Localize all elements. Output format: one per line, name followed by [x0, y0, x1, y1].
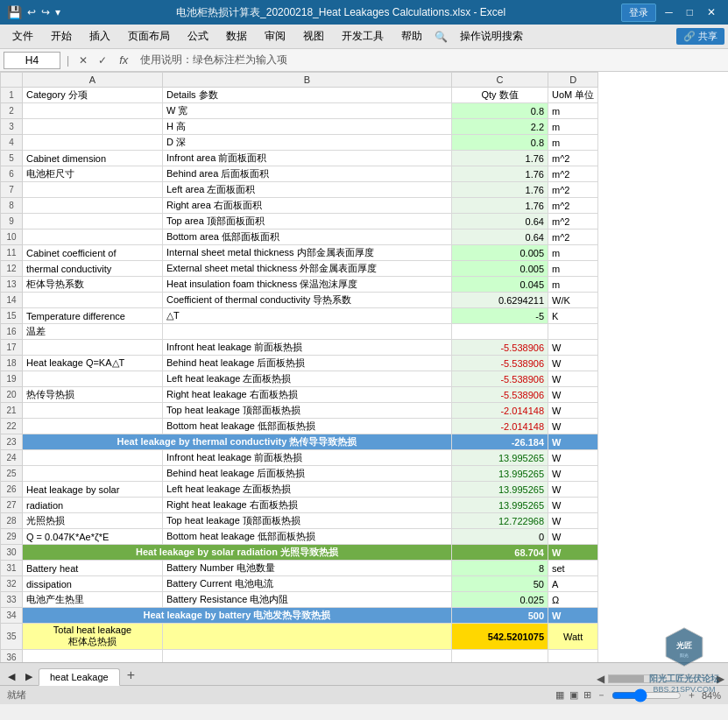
sheet-tab-heat-leakage[interactable]: heat Leakage [39, 668, 120, 686]
cell-A26[interactable]: Heat leakage by solar [23, 482, 163, 498]
view-preview[interactable]: ⊞ [583, 689, 591, 701]
cell-B13[interactable]: Heat insulation foam thickness 保温泡沫厚度 [163, 277, 452, 293]
cell-B26[interactable]: Left heat leakage 左面板热损 [163, 482, 452, 498]
login-button[interactable]: 登录 [621, 4, 656, 22]
cell-B25[interactable]: Behind heat leakage 后面板热损 [163, 466, 452, 482]
cell-B4[interactable]: D 深 [163, 135, 452, 151]
cell-B22[interactable]: Bottom heat leakage 低部面板热损 [163, 419, 452, 434]
cell-A4[interactable] [23, 135, 163, 151]
cancel-formula-icon[interactable]: ✕ [75, 53, 91, 67]
cell-A14[interactable] [23, 293, 163, 308]
cell-D3[interactable]: m [548, 119, 598, 135]
cell-D4[interactable]: m [548, 135, 598, 151]
cell-A1[interactable]: Category 分项 [23, 88, 163, 103]
view-layout[interactable]: ▣ [569, 689, 578, 701]
cell-A2[interactable] [23, 103, 163, 119]
cell-D2[interactable]: m [548, 103, 598, 119]
cell-B10[interactable]: Bottom area 低部面板面积 [163, 229, 452, 245]
cell-A22[interactable] [23, 419, 163, 434]
cell-C29[interactable]: 0 [452, 529, 548, 545]
cell-A28[interactable]: 光照热损 [23, 513, 163, 529]
cell-D8[interactable]: m^2 [548, 198, 598, 214]
menu-insert[interactable]: 插入 [81, 25, 119, 47]
cell-C21[interactable]: -2.014148 [452, 403, 548, 419]
cell-B6[interactable]: Behind area 后面板面积 [163, 166, 452, 182]
cell-C12[interactable]: 0.005 [452, 261, 548, 277]
cell-D12[interactable]: m [548, 261, 598, 277]
cell-B9[interactable]: Top area 顶部面板面积 [163, 214, 452, 229]
cell-A11[interactable]: Cabinet coefficient of [23, 245, 163, 261]
cell-C28[interactable]: 12.722968 [452, 513, 548, 529]
cell-D23[interactable]: W [548, 434, 598, 450]
col-header-C[interactable]: C [452, 73, 548, 88]
cell-C1[interactable]: Qty 数值 [452, 88, 548, 103]
cell-D13[interactable]: m [548, 277, 598, 293]
cell-D21[interactable]: W [548, 403, 598, 419]
cell-D30[interactable]: W [548, 545, 598, 561]
cell-C36[interactable] [452, 650, 548, 663]
cell-D34[interactable]: W [548, 608, 598, 624]
cell-B32[interactable]: Battery Current 电池电流 [163, 576, 452, 592]
cell-D26[interactable]: W [548, 482, 598, 498]
cell-B35[interactable] [163, 624, 452, 650]
view-normal[interactable]: ▦ [555, 689, 564, 701]
cell-B21[interactable]: Top heat leakage 顶部面板热损 [163, 403, 452, 419]
cell-A29[interactable]: Q = 0.047K*Ae*ζ*E [23, 529, 163, 545]
horizontal-scroll-left[interactable]: ◀ [597, 673, 604, 685]
cell-C33[interactable]: 0.025 [452, 592, 548, 608]
formula-input[interactable] [137, 54, 724, 67]
cell-D31[interactable]: set [548, 561, 598, 576]
cell-C32[interactable]: 50 [452, 576, 548, 592]
cell-B31[interactable]: Battery Number 电池数量 [163, 561, 452, 576]
menu-formula[interactable]: 公式 [179, 25, 217, 47]
cell-A20[interactable]: 热传导热损 [23, 387, 163, 403]
cell-A19[interactable] [23, 371, 163, 387]
cell-C34[interactable]: 500 [452, 608, 548, 624]
cell-C11[interactable]: 0.005 [452, 245, 548, 261]
menu-developer[interactable]: 开发工具 [333, 25, 392, 47]
cell-C25[interactable]: 13.995265 [452, 466, 548, 482]
cell-C19[interactable]: -5.538906 [452, 371, 548, 387]
confirm-formula-icon[interactable]: ✓ [95, 53, 110, 67]
add-sheet-button[interactable]: + [122, 667, 140, 683]
cell-D5[interactable]: m^2 [548, 151, 598, 166]
menu-review[interactable]: 审阅 [256, 25, 294, 47]
cell-D15[interactable]: K [548, 308, 598, 324]
cell-C8[interactable]: 1.76 [452, 198, 548, 214]
cell-C18[interactable]: -5.538906 [452, 356, 548, 371]
share-button[interactable]: 🔗 共享 [676, 28, 724, 45]
cell-D25[interactable]: W [548, 466, 598, 482]
cell-D27[interactable]: W [548, 498, 598, 513]
cell-A34[interactable]: Heat leakage by battery 电池发热导致热损 [23, 608, 452, 624]
cell-B16[interactable] [163, 324, 452, 340]
cell-A7[interactable] [23, 182, 163, 198]
cell-B1[interactable]: Details 参数 [163, 88, 452, 103]
menu-search-ops[interactable]: 操作说明搜索 [451, 25, 532, 47]
cell-C7[interactable]: 1.76 [452, 182, 548, 198]
cell-D14[interactable]: W/K [548, 293, 598, 308]
cell-D22[interactable]: W [548, 419, 598, 434]
cell-C9[interactable]: 0.64 [452, 214, 548, 229]
cell-D11[interactable]: m [548, 245, 598, 261]
cell-C27[interactable]: 13.995265 [452, 498, 548, 513]
cell-A9[interactable] [23, 214, 163, 229]
cell-B27[interactable]: Right heat leakage 右面板热损 [163, 498, 452, 513]
cell-D7[interactable]: m^2 [548, 182, 598, 198]
cell-B20[interactable]: Right heat leakage 右面板热损 [163, 387, 452, 403]
minimize-button[interactable]: ─ [660, 4, 678, 20]
cell-B15[interactable]: △T [163, 308, 452, 324]
close-button[interactable]: ✕ [702, 4, 721, 20]
cell-A27[interactable]: radiation [23, 498, 163, 513]
cell-B29[interactable]: Bottom heat leakage 低部面板热损 [163, 529, 452, 545]
redo-icon[interactable]: ↪ [41, 6, 50, 18]
cell-C2[interactable]: 0.8 [452, 103, 548, 119]
cell-A35[interactable]: Total heat leakage 柜体总热损 [23, 624, 163, 650]
cell-D19[interactable]: W [548, 371, 598, 387]
name-box[interactable] [4, 52, 60, 69]
cell-A10[interactable] [23, 229, 163, 245]
cell-A17[interactable] [23, 340, 163, 356]
menu-data[interactable]: 数据 [217, 25, 256, 47]
cell-A8[interactable] [23, 198, 163, 214]
maximize-button[interactable]: □ [682, 4, 698, 20]
cell-D35[interactable]: Watt [548, 624, 598, 650]
